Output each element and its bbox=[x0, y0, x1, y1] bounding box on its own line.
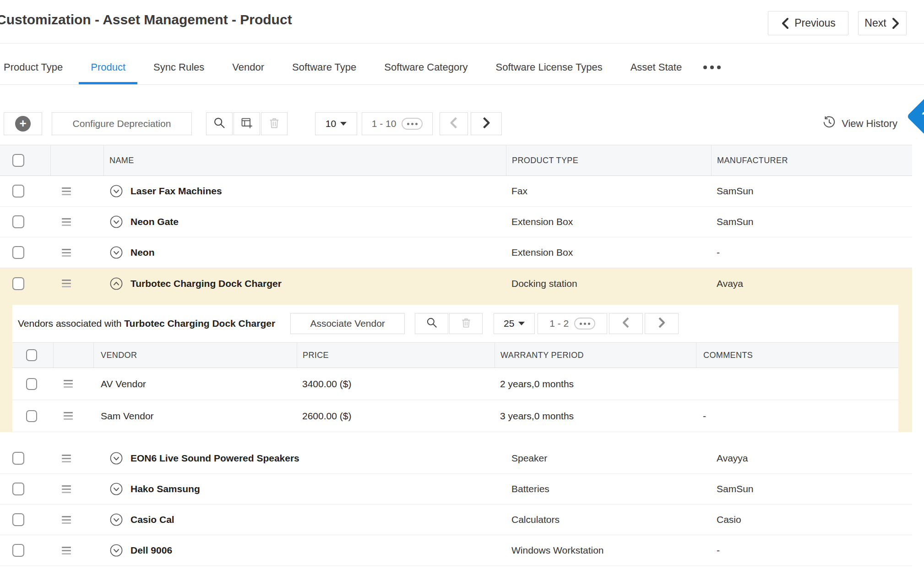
tab-software-category[interactable]: Software Category bbox=[372, 50, 479, 84]
tab-software-license-types[interactable]: Software License Types bbox=[484, 50, 614, 84]
vendors-panel-header: Vendors associated with Turbotec Chargin… bbox=[12, 305, 898, 342]
tab-product[interactable]: Product bbox=[79, 50, 137, 84]
vendor-page-next-button[interactable] bbox=[645, 313, 679, 334]
page-title: Customization - Asset Management - Produ… bbox=[0, 12, 292, 27]
product-type: Calculators bbox=[506, 505, 711, 535]
vendor-search-button[interactable] bbox=[415, 313, 448, 334]
row-checkbox[interactable] bbox=[26, 378, 37, 390]
table-row: EON6 Live Sound Powered Speakers Speaker… bbox=[0, 443, 912, 474]
drag-handle-icon[interactable] bbox=[62, 187, 71, 195]
product-type: Docking station bbox=[506, 268, 711, 299]
product-name: Laser Fax Machines bbox=[130, 186, 222, 197]
row-checkbox[interactable] bbox=[12, 544, 24, 557]
table-row: Neon Gate Extension Box SamSun bbox=[0, 207, 912, 237]
drag-handle-icon[interactable] bbox=[64, 380, 73, 388]
product-type: Fax bbox=[506, 176, 711, 206]
expand-chevron-icon[interactable] bbox=[109, 184, 123, 198]
expand-chevron-icon[interactable] bbox=[109, 451, 123, 465]
page-range[interactable]: 1 - 10 bbox=[362, 112, 433, 135]
manufacturer: - bbox=[711, 237, 912, 268]
vendor-comments bbox=[696, 368, 898, 400]
next-label: Next bbox=[864, 17, 886, 29]
next-button[interactable]: Next bbox=[858, 11, 907, 35]
vendor-page-range[interactable]: 1 - 2 bbox=[538, 313, 607, 334]
collapse-chevron-icon[interactable] bbox=[109, 277, 123, 291]
associate-vendor-button[interactable]: Associate Vendor bbox=[290, 313, 405, 334]
manufacturer: Avaya bbox=[711, 268, 912, 299]
vendor-delete-button[interactable] bbox=[449, 313, 483, 334]
tab-product-type[interactable]: Product Type bbox=[4, 50, 75, 84]
table-row-expanded: Turbotec Charging Dock Charger Docking s… bbox=[0, 268, 912, 299]
vendors-panel: Vendors associated with Turbotec Chargin… bbox=[12, 305, 898, 432]
expand-chevron-icon[interactable] bbox=[109, 246, 123, 259]
column-header-price: PRICE bbox=[297, 343, 495, 368]
tab-vendor[interactable]: Vendor bbox=[220, 50, 276, 84]
configure-depreciation-button[interactable]: Configure Depreciation bbox=[52, 112, 192, 135]
add-column-button[interactable] bbox=[234, 112, 260, 135]
vendor-page-size-select[interactable]: 25 bbox=[494, 313, 535, 334]
product-type: Extension Box bbox=[506, 237, 711, 268]
expand-chevron-icon[interactable] bbox=[109, 482, 123, 496]
vendor-page-previous-button[interactable] bbox=[609, 313, 643, 334]
vendors-table-header: VENDOR PRICE WARRANTY PERIOD COMMENTS bbox=[12, 342, 898, 368]
ellipsis-icon[interactable] bbox=[402, 118, 423, 130]
more-tabs-icon[interactable] bbox=[699, 50, 725, 84]
vendor-name: Sam Vendor bbox=[94, 400, 297, 432]
manufacturer: - bbox=[711, 535, 912, 566]
drag-handle-icon[interactable] bbox=[62, 485, 71, 493]
select-all-checkbox[interactable] bbox=[12, 154, 24, 167]
chevron-right-icon bbox=[481, 116, 492, 131]
drag-handle-icon[interactable] bbox=[62, 249, 71, 257]
title-bar: Customization - Asset Management - Produ… bbox=[0, 0, 924, 44]
delete-button[interactable] bbox=[261, 112, 288, 135]
vendor-price: 3400.00 ($) bbox=[297, 368, 495, 400]
chevron-left-icon bbox=[781, 17, 790, 29]
plus-icon: + bbox=[15, 116, 31, 132]
product-name: Hako Samsung bbox=[130, 483, 200, 494]
drag-handle-icon[interactable] bbox=[62, 455, 71, 462]
view-history-button[interactable]: View History bbox=[822, 112, 897, 135]
drag-handle-icon[interactable] bbox=[62, 280, 71, 287]
drag-handle-icon[interactable] bbox=[62, 547, 71, 555]
row-checkbox[interactable] bbox=[12, 246, 24, 259]
drag-handle-icon[interactable] bbox=[64, 412, 73, 420]
vendor-warranty: 2 years,0 months bbox=[495, 368, 696, 400]
row-checkbox[interactable] bbox=[12, 483, 24, 495]
expand-chevron-icon[interactable] bbox=[109, 544, 123, 557]
drag-handle-icon[interactable] bbox=[62, 218, 71, 226]
row-checkbox[interactable] bbox=[12, 277, 24, 290]
column-header-comments: COMMENTS bbox=[696, 343, 898, 368]
row-checkbox[interactable] bbox=[12, 215, 24, 228]
manufacturer: Avayya bbox=[711, 443, 912, 473]
page-next-button[interactable] bbox=[471, 112, 502, 135]
tab-asset-state[interactable]: Asset State bbox=[619, 50, 694, 84]
page-size-select[interactable]: 10 bbox=[315, 112, 357, 135]
drag-handle-icon[interactable] bbox=[62, 516, 71, 524]
row-checkbox[interactable] bbox=[12, 185, 24, 198]
tab-bar: Product Type Product Sync Rules Vendor S… bbox=[0, 44, 924, 85]
vendor-name: AV Vendor bbox=[94, 368, 297, 400]
previous-button[interactable]: Previous bbox=[768, 11, 848, 35]
column-header-manufacturer: MANUFACTURER bbox=[711, 145, 912, 176]
row-checkbox[interactable] bbox=[26, 410, 37, 422]
ellipsis-icon[interactable] bbox=[574, 318, 595, 329]
page-previous-button[interactable] bbox=[440, 112, 468, 135]
row-checkbox[interactable] bbox=[12, 513, 24, 526]
product-name: Neon bbox=[130, 247, 155, 258]
vendors-panel-product-name: Turbotec Charging Dock Charger bbox=[124, 318, 275, 329]
chevron-left-icon bbox=[448, 116, 459, 131]
column-header-name: NAME bbox=[104, 145, 506, 176]
table-row: Dell 9006 Windows Workstation - bbox=[0, 535, 912, 566]
search-button[interactable] bbox=[206, 112, 233, 135]
vendor-row: Sam Vendor 2600.00 ($) 3 years,0 months … bbox=[12, 400, 898, 432]
table-header: NAME PRODUCT TYPE MANUFACTURER bbox=[0, 145, 912, 176]
expand-chevron-icon[interactable] bbox=[109, 215, 123, 229]
expand-chevron-icon[interactable] bbox=[109, 513, 123, 527]
toolbar: + Configure Depreciation 10 1 - 10 bbox=[0, 112, 924, 135]
chevron-right-icon bbox=[891, 17, 900, 29]
row-checkbox[interactable] bbox=[12, 452, 24, 465]
tab-sync-rules[interactable]: Sync Rules bbox=[141, 50, 216, 84]
tab-software-type[interactable]: Software Type bbox=[280, 50, 368, 84]
select-all-checkbox[interactable] bbox=[26, 349, 37, 361]
add-product-button[interactable]: + bbox=[4, 112, 42, 135]
